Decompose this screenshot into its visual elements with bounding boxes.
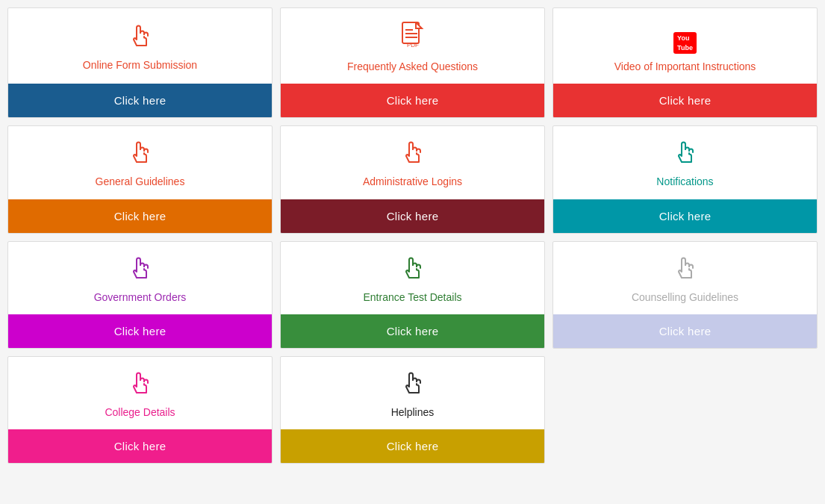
card-body-video-important-instructions: YouTube Video of Important Instructions bbox=[553, 8, 817, 84]
icon-wrapper-frequently-asked-questions: PDF bbox=[401, 22, 425, 54]
card-title-college-details: College Details bbox=[105, 405, 175, 419]
click-here-button-helplines[interactable]: Click here bbox=[281, 429, 544, 463]
card-entrance-test-details: Entrance Test Details Click here bbox=[280, 241, 545, 349]
youtube-icon: YouTube bbox=[673, 32, 697, 54]
svg-text:PDF: PDF bbox=[407, 42, 419, 49]
card-title-frequently-asked-questions: Frequently Asked Questions bbox=[347, 60, 478, 73]
card-title-helplines: Helplines bbox=[391, 405, 435, 419]
icon-wrapper-counselling-guidelines bbox=[674, 255, 697, 284]
card-helplines: Helplines Click here bbox=[280, 356, 545, 464]
hand-pointer-icon bbox=[129, 140, 152, 165]
click-here-button-general-guidelines[interactable]: Click here bbox=[8, 199, 272, 233]
click-here-button-notifications[interactable]: Click here bbox=[553, 199, 817, 233]
card-government-orders: Government Orders Click here bbox=[7, 241, 273, 349]
card-title-administrative-logins: Administrative Logins bbox=[363, 175, 462, 188]
card-administrative-logins: Administrative Logins Click here bbox=[280, 125, 545, 233]
click-here-button-administrative-logins[interactable]: Click here bbox=[281, 199, 544, 233]
card-title-government-orders: Government Orders bbox=[94, 290, 187, 304]
card-general-guidelines: General Guidelines Click here bbox=[7, 125, 273, 233]
card-title-online-form-submission: Online Form Submission bbox=[83, 58, 197, 72]
card-title-notifications: Notifications bbox=[656, 175, 713, 188]
card-video-important-instructions: YouTube Video of Important Instructions … bbox=[552, 7, 818, 118]
icon-wrapper-helplines bbox=[402, 370, 424, 399]
click-here-button-video-important-instructions[interactable]: Click here bbox=[553, 84, 817, 117]
card-body-entrance-test-details: Entrance Test Details bbox=[281, 242, 544, 314]
card-body-administrative-logins: Administrative Logins bbox=[281, 126, 544, 199]
doc-icon: PDF bbox=[401, 22, 425, 50]
main-grid: Online Form Submission Click here PDF Fr… bbox=[7, 7, 818, 464]
card-body-college-details: College Details bbox=[8, 357, 272, 429]
hand-pointer-icon bbox=[402, 140, 424, 165]
card-body-counselling-guidelines: Counselling Guidelines bbox=[553, 242, 817, 314]
icon-wrapper-entrance-test-details bbox=[402, 255, 424, 284]
icon-wrapper-administrative-logins bbox=[402, 140, 424, 169]
hand-pointer-icon bbox=[129, 255, 152, 281]
card-body-notifications: Notifications bbox=[553, 126, 817, 199]
click-here-button-frequently-asked-questions[interactable]: Click here bbox=[281, 84, 544, 117]
card-title-counselling-guidelines: Counselling Guidelines bbox=[632, 290, 738, 304]
hand-pointer-icon bbox=[674, 140, 697, 165]
click-here-button-counselling-guidelines[interactable]: Click here bbox=[553, 314, 817, 348]
click-here-button-online-form-submission[interactable]: Click here bbox=[8, 84, 272, 117]
card-body-frequently-asked-questions: PDF Frequently Asked Questions bbox=[281, 8, 544, 84]
card-title-video-important-instructions: Video of Important Instructions bbox=[614, 60, 756, 73]
hand-pointer-icon bbox=[674, 255, 697, 281]
card-body-online-form-submission: Online Form Submission bbox=[8, 8, 272, 84]
hand-pointer-icon bbox=[129, 23, 152, 49]
icon-wrapper-government-orders bbox=[129, 255, 152, 284]
hand-pointer-icon bbox=[402, 370, 424, 396]
card-body-helplines: Helplines bbox=[281, 357, 544, 429]
card-online-form-submission: Online Form Submission Click here bbox=[7, 7, 273, 118]
icon-wrapper-video-important-instructions: YouTube bbox=[673, 22, 697, 54]
click-here-button-entrance-test-details[interactable]: Click here bbox=[281, 314, 544, 348]
click-here-button-government-orders[interactable]: Click here bbox=[8, 314, 272, 348]
card-body-general-guidelines: General Guidelines bbox=[8, 126, 272, 199]
card-title-general-guidelines: General Guidelines bbox=[96, 175, 185, 188]
click-here-button-college-details[interactable]: Click here bbox=[8, 429, 272, 463]
hand-pointer-icon bbox=[129, 370, 152, 396]
icon-wrapper-online-form-submission bbox=[129, 23, 152, 52]
icon-wrapper-notifications bbox=[674, 140, 697, 169]
hand-pointer-icon bbox=[402, 255, 424, 281]
card-college-details: College Details Click here bbox=[7, 356, 273, 464]
icon-wrapper-college-details bbox=[129, 370, 152, 399]
card-notifications: Notifications Click here bbox=[552, 125, 818, 233]
card-body-government-orders: Government Orders bbox=[8, 242, 272, 314]
card-counselling-guidelines: Counselling Guidelines Click here bbox=[552, 241, 818, 349]
card-title-entrance-test-details: Entrance Test Details bbox=[363, 290, 461, 304]
card-frequently-asked-questions: PDF Frequently Asked Questions Click her… bbox=[280, 7, 545, 118]
icon-wrapper-general-guidelines bbox=[129, 140, 152, 169]
